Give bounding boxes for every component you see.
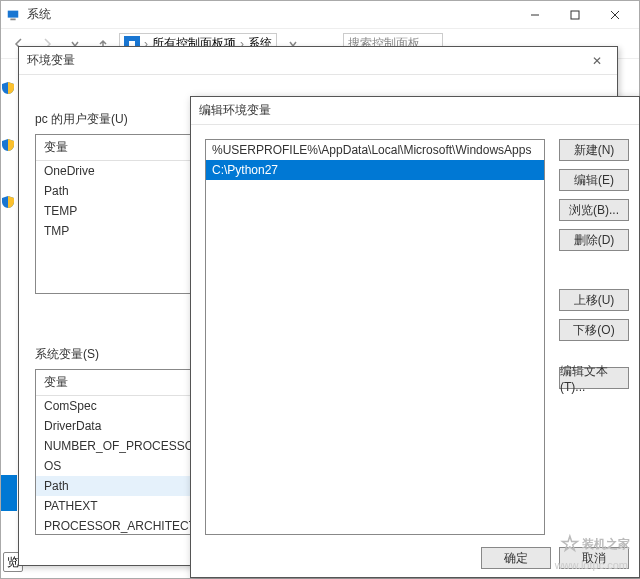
maximize-button[interactable]: [555, 3, 595, 27]
delete-button[interactable]: 删除(D): [559, 229, 629, 251]
system-titlebar: 系统: [1, 1, 639, 29]
edit-titlebar: 编辑环境变量: [191, 97, 639, 125]
svg-rect-0: [8, 10, 19, 17]
minimize-button[interactable]: [515, 3, 555, 27]
path-entry[interactable]: %USERPROFILE%\AppData\Local\Microsoft\Wi…: [206, 140, 544, 160]
shield-icon: [1, 81, 15, 95]
close-icon[interactable]: ✕: [585, 54, 609, 68]
system-title: 系统: [27, 6, 515, 23]
path-entry[interactable]: C:\Python27: [206, 160, 544, 180]
new-button[interactable]: 新建(N): [559, 139, 629, 161]
ok-button[interactable]: 确定: [481, 547, 551, 569]
left-panel-edge: [1, 61, 17, 232]
sidebar-selection: [1, 475, 17, 511]
edit-text-button[interactable]: 编辑文本(T)...: [559, 367, 629, 389]
system-icon: [5, 7, 21, 23]
close-button[interactable]: [595, 3, 635, 27]
env-titlebar: 环境变量 ✕: [19, 47, 617, 75]
env-dialog-title: 环境变量: [27, 52, 585, 69]
shield-icon: [1, 195, 15, 209]
path-entries-list[interactable]: %USERPROFILE%\AppData\Local\Microsoft\Wi…: [205, 139, 545, 535]
cancel-button[interactable]: 取消: [559, 547, 629, 569]
svg-rect-3: [571, 11, 579, 19]
move-up-button[interactable]: 上移(U): [559, 289, 629, 311]
svg-rect-1: [10, 18, 15, 20]
edit-dialog-title: 编辑环境变量: [199, 102, 631, 119]
browse-button[interactable]: 浏览(B)...: [559, 199, 629, 221]
move-down-button[interactable]: 下移(O): [559, 319, 629, 341]
edit-button[interactable]: 编辑(E): [559, 169, 629, 191]
edit-env-dialog: 编辑环境变量 %USERPROFILE%\AppData\Local\Micro…: [190, 96, 640, 578]
shield-icon: [1, 138, 15, 152]
